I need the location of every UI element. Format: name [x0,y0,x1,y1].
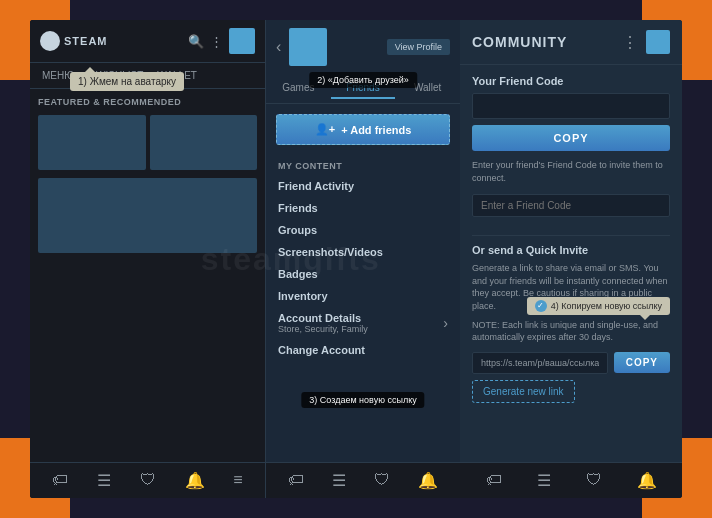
mid-tag-icon[interactable]: 🏷 [288,471,304,490]
community-content: Your Friend Code COPY Enter your friend'… [460,65,682,462]
avatar[interactable] [229,28,255,54]
left-bottom-nav: 🏷 ☰ 🛡 🔔 ≡ [30,462,265,498]
popup-header: ‹ View Profile [266,20,460,74]
steam-header: STEAM 🔍 ⋮ [30,20,265,63]
community-bottom-nav: 🏷 ☰ 🛡 🔔 [460,462,682,498]
friends-item[interactable]: Friends [266,197,460,219]
header-icons: 🔍 ⋮ [188,28,255,54]
community-header: COMMUNITY ⋮ [460,20,682,65]
add-friends-button[interactable]: 👤+ + Add friends [276,114,450,145]
featured-img-2 [150,115,258,170]
badges-item[interactable]: Badges [266,263,460,285]
steam-logo: STEAM [40,31,108,51]
generate-new-link-button[interactable]: Generate new link [472,380,575,403]
check-icon: ✓ [535,300,547,312]
account-details-label: Account Details [278,312,368,324]
tooltip-add-friends: 2) «Добавить друзей» [309,72,417,88]
add-friends-panel: ‹ View Profile 2) «Добавить друзей» Game… [265,20,460,498]
view-profile-button[interactable]: View Profile [387,39,450,55]
shield-icon[interactable]: 🛡 [140,471,156,490]
tooltip-copy-link: ✓ 4) Копируем новую ссылку [527,297,670,315]
comm-tag-icon[interactable]: 🏷 [486,471,502,490]
mid-list-icon[interactable]: ☰ [332,471,346,490]
comm-bell-icon[interactable]: 🔔 [637,471,657,490]
featured-images [30,115,265,178]
mid-shield-icon[interactable]: 🛡 [374,471,390,490]
add-person-icon: 👤+ [315,123,335,136]
mid-bell-icon[interactable]: 🔔 [418,471,438,490]
community-menu-icon[interactable]: ⋮ [622,33,638,52]
quick-invite-title: Or send a Quick Invite [472,244,670,256]
tooltip-create-link: 3) Создаем новую ссылку [301,392,424,408]
divider [472,235,670,236]
comm-shield-icon[interactable]: 🛡 [586,471,602,490]
friend-code-title: Your Friend Code [472,75,670,87]
community-title: COMMUNITY [472,34,567,50]
featured-label: FEATURED & RECOMMENDED [30,89,265,115]
featured-img-1 [38,115,146,170]
menu-icon[interactable]: ⋮ [210,34,223,49]
profile-avatar [289,28,327,66]
middle-bottom-nav: 🏷 ☰ 🛡 🔔 [266,462,460,498]
hamburger-icon[interactable]: ≡ [233,471,242,490]
friend-code-input[interactable] [472,93,670,119]
link-row: COPY [472,352,670,374]
copy-button-2[interactable]: COPY [614,352,670,373]
steam-client-panel: STEAM 🔍 ⋮ 1) Жмем на аватарку МЕНЮ ▾ WIS… [30,20,265,498]
note-text: NOTE: Each link is unique and single-use… [472,319,670,344]
tooltip-click-avatar: 1) Жмем на аватарку [70,72,184,91]
add-friends-label-text: + Add friends [341,124,411,136]
search-icon[interactable]: 🔍 [188,34,204,49]
featured-img-large [38,178,257,253]
steam-text: STEAM [64,35,108,47]
screenshots-videos-item[interactable]: Screenshots/Videos [266,241,460,263]
enter-friend-code-input[interactable] [472,194,670,217]
steam-icon [40,31,60,51]
comm-list-icon[interactable]: ☰ [537,471,551,490]
tooltip-copy-text: 4) Копируем новую ссылку [551,301,662,311]
chevron-right-icon: › [443,315,448,331]
groups-item[interactable]: Groups [266,219,460,241]
copy-button-1[interactable]: COPY [472,125,670,151]
back-button[interactable]: ‹ [276,38,281,56]
change-account-item[interactable]: Change Account [266,339,460,361]
bell-icon[interactable]: 🔔 [185,471,205,490]
friend-activity-item[interactable]: Friend Activity [266,175,460,197]
account-details-info: Account Details Store, Security, Family [278,312,368,334]
account-details-item[interactable]: Account Details Store, Security, Family … [266,307,460,339]
main-container: STEAM 🔍 ⋮ 1) Жмем на аватарку МЕНЮ ▾ WIS… [30,20,682,498]
list-icon[interactable]: ☰ [97,471,111,490]
my-content-label: MY CONTENT [266,155,460,175]
link-input[interactable] [472,352,608,374]
inventory-item[interactable]: Inventory [266,285,460,307]
community-avatar [646,30,670,54]
community-panel: COMMUNITY ⋮ Your Friend Code COPY Enter … [460,20,682,498]
invite-description: Enter your friend's Friend Code to invit… [472,159,670,184]
account-details-sub: Store, Security, Family [278,324,368,334]
tag-icon[interactable]: 🏷 [52,471,68,490]
